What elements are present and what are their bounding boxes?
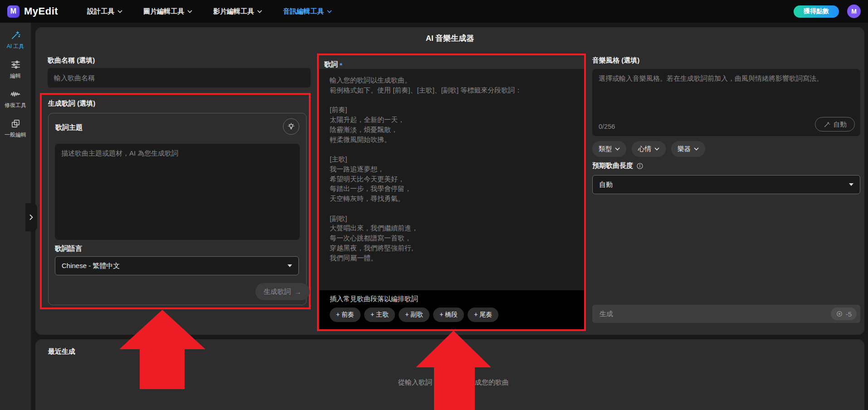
chevron-down-icon	[187, 10, 192, 13]
select-caret-icon	[288, 264, 292, 267]
chevron-down-icon	[615, 147, 620, 151]
user-avatar[interactable]: M	[847, 5, 861, 18]
music-style-box: 0/256 自動	[592, 69, 860, 136]
generator-panel: AI 音樂生成器 歌曲名稱 (選填) 生成歌詞 (選填) 歌詞主題 歌詞語言	[35, 27, 864, 335]
chevron-down-icon	[257, 10, 262, 13]
sidebar-item-ai-tools[interactable]: AI 工具	[0, 30, 31, 50]
lyrics-topic-label: 歌詞主題	[55, 123, 83, 132]
mood-dropdown[interactable]: 心情	[632, 141, 666, 157]
topbar-right: 獲得點數 M	[794, 5, 861, 18]
recent-generations-title: 最近生成	[48, 347, 75, 356]
generate-song-button[interactable]: 生成 -5	[592, 305, 860, 323]
add-intro-button[interactable]: + 前奏	[330, 308, 361, 322]
topic-suggestion-button[interactable]	[283, 118, 299, 135]
magic-wand-icon	[10, 30, 21, 40]
add-bridge-button[interactable]: + 橋段	[433, 308, 464, 322]
lyrics-label: 歌詞	[324, 60, 338, 69]
recent-generations-panel: 最近生成	[35, 339, 864, 410]
sidebar-expander[interactable]	[25, 203, 37, 231]
magic-wand-icon	[824, 121, 830, 128]
lyrics-generator-title: 生成歌詞 (選填)	[48, 99, 95, 108]
lyrics-section-toolbar: 插入常見歌曲段落以編排歌詞 + 前奏 + 主歌 + 副歌 + 橋段 + 尾奏	[319, 290, 584, 329]
lyrics-highlight-box: 歌詞 * 插入常見歌曲段落以編排歌詞 + 前奏 + 主歌 + 副歌 + 橋段 +…	[317, 54, 586, 331]
sidebar-item-general-edit[interactable]: 一般編輯	[0, 118, 31, 139]
add-chorus-button[interactable]: + 副歌	[399, 308, 429, 322]
generate-lyrics-button[interactable]: 生成歌詞 →	[255, 283, 310, 300]
lyrics-generator-card: 歌詞主題 歌詞語言 Chinese - 繁體中文 生成歌詞 →	[48, 113, 307, 305]
chevron-down-icon	[327, 10, 332, 13]
nav-design-tools[interactable]: 設計工具	[87, 7, 122, 16]
song-name-input[interactable]	[48, 68, 311, 88]
nav-audio-tools[interactable]: 音訊編輯工具	[283, 7, 332, 16]
char-counter: 0/256	[599, 123, 615, 130]
top-bar: M MyEdit 設計工具 圖片編輯工具 影片編輯工具 音訊編輯工具 獲得點數 …	[0, 0, 868, 23]
layers-icon	[10, 118, 21, 129]
song-length-select[interactable]: 自動	[592, 175, 860, 194]
sidebar-item-repair-tools[interactable]: 修復工具	[0, 89, 31, 109]
lyrics-textarea[interactable]	[319, 69, 584, 290]
chevron-right-icon	[29, 215, 33, 220]
required-asterisk: *	[340, 61, 342, 69]
genre-dropdown[interactable]: 類型	[592, 141, 626, 157]
lyrics-language-select[interactable]: Chinese - 繁體中文	[55, 256, 299, 275]
music-style-textarea[interactable]	[592, 69, 860, 112]
nav-image-tools[interactable]: 圖片編輯工具	[143, 7, 192, 16]
song-length-label: 預期歌曲長度	[592, 161, 633, 170]
lyrics-topic-textarea[interactable]	[55, 144, 300, 240]
song-name-label: 歌曲名稱 (選填)	[48, 56, 95, 65]
credit-cost-badge: -5	[831, 308, 857, 320]
music-style-label: 音樂風格 (選填)	[592, 56, 639, 65]
insert-sections-hint: 插入常見歌曲段落以編排歌詞	[330, 295, 573, 303]
select-caret-icon	[849, 183, 853, 186]
song-length-row: 預期歌曲長度	[592, 161, 644, 170]
empty-state-text-left: 從輸入歌詞	[398, 378, 432, 387]
lightbulb-icon	[287, 122, 295, 131]
sidebar-item-edit[interactable]: 編輯	[0, 59, 31, 80]
lyrics-header: 歌詞 *	[319, 55, 584, 69]
add-verse-button[interactable]: + 主歌	[364, 308, 395, 322]
sliders-icon	[10, 59, 21, 70]
nav-video-tools[interactable]: 影片編輯工具	[213, 7, 262, 16]
page-title: AI 音樂生成器	[35, 33, 864, 44]
get-credits-button[interactable]: 獲得點數	[794, 5, 839, 18]
chevron-down-icon	[654, 147, 659, 151]
add-outro-button[interactable]: + 尾奏	[468, 308, 498, 322]
lyrics-generator-highlight-box: 生成歌詞 (選填) 歌詞主題 歌詞語言 Chinese - 繁體中文	[40, 93, 311, 309]
song-length-value: 自動	[599, 181, 613, 189]
credit-coin-icon	[836, 310, 843, 317]
chevron-down-icon	[694, 147, 699, 151]
lyrics-language-value: Chinese - 繁體中文	[62, 262, 120, 270]
lyrics-language-label: 歌詞語言	[55, 244, 82, 253]
section-buttons-row: + 前奏 + 主歌 + 副歌 + 橋段 + 尾奏	[330, 308, 573, 322]
arrow-right-icon: →	[295, 288, 302, 296]
main-nav: 設計工具 圖片編輯工具 影片編輯工具 音訊編輯工具	[87, 7, 332, 16]
chevron-down-icon	[117, 10, 122, 13]
auto-style-button[interactable]: 自動	[815, 117, 855, 132]
info-icon[interactable]	[636, 162, 644, 170]
style-filter-row: 類型 心情 樂器	[592, 141, 705, 157]
empty-state-text-right: 生成您的歌曲	[468, 378, 509, 387]
myedit-logo-icon[interactable]: M	[7, 5, 20, 18]
instrument-dropdown[interactable]: 樂器	[671, 141, 705, 157]
waveform-icon	[10, 89, 21, 99]
myedit-app: M MyEdit 設計工具 圖片編輯工具 影片編輯工具 音訊編輯工具 獲得點數 …	[0, 0, 868, 410]
brand-title[interactable]: MyEdit	[24, 5, 58, 17]
